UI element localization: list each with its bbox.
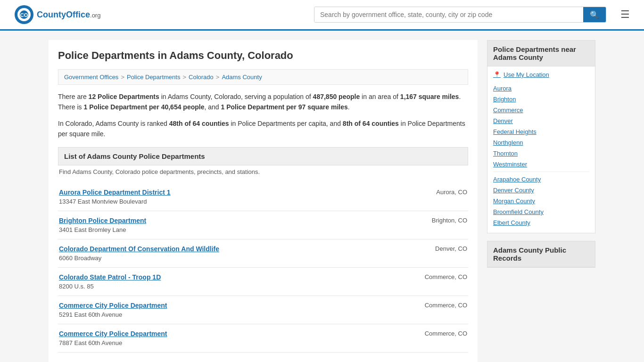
summary-final: . [348,103,350,111]
list-header: List of Adams County Police Departments [58,147,468,165]
sidebar-city-link[interactable]: Thornton [493,148,589,159]
table-row: Brighton Police Department 3401 East Bro… [58,211,468,239]
logo[interactable]: CO CountyOffice.org [14,5,100,25]
sidebar-counties: Arapahoe CountyDenver CountyMorgan Count… [493,174,589,228]
sidebar-public-records-section: Adams County Public Records [487,241,595,268]
sidebar: Police Departments near Adams County 📍 U… [487,40,595,362]
ranking-mid: in Police Departments per capita, and [229,120,343,127]
ranking-rank2: 8th of 64 counties [343,120,399,127]
dept-address: 13347 East Montview Boulevard [59,198,147,205]
dept-name[interactable]: Commerce City Police Department [59,302,406,309]
sidebar-city-link[interactable]: Denver [493,115,589,126]
summary-per-sq: 1 Police Department per 97 square miles [221,103,348,111]
page-title: Police Departments in Adams County, Colo… [58,49,468,62]
dept-info: Commerce City Police Department 7887 Eas… [59,330,406,346]
dept-info: Colorado Department Of Conservation And … [59,245,406,262]
sidebar-cities: AuroraBrightonCommerceDenverFederal Heig… [493,83,589,170]
sidebar-county-link[interactable]: Arapahoe County [493,174,589,185]
sidebar-city-link[interactable]: Federal Heights [493,126,589,137]
dept-location: Brighton, CO [411,217,467,224]
summary-pre: There are [58,93,89,100]
sidebar-city-link[interactable]: Westminster [493,159,589,170]
dept-info: Aurora Police Department District 1 1334… [59,189,406,205]
logo-icon: CO [14,5,34,25]
sidebar-nearby-section: Police Departments near Adams County 📍 U… [487,40,595,233]
summary-count: 12 Police Departments [89,93,159,100]
svg-text:CO: CO [20,12,28,18]
sidebar-county-link[interactable]: Broomfield County [493,206,589,217]
sidebar-city-link[interactable]: Brighton [493,94,589,105]
breadcrumb-sep-3: > [216,74,220,81]
main-container: Police Departments in Adams County, Colo… [39,31,605,362]
sidebar-nearby-header: Police Departments near Adams County [487,41,595,66]
summary-per-capita: 1 Police Department per 40,654 people [83,103,204,111]
summary-mid: in Adams County, Colorado, serving a pop… [159,93,313,100]
summary-end2: , and [204,103,221,111]
sidebar-city-link[interactable]: Commerce [493,105,589,115]
breadcrumb-adams-county[interactable]: Adams County [222,74,262,81]
dept-address: 6060 Broadway [59,255,101,262]
dept-location: Aurora, CO [411,189,467,196]
dept-list: Aurora Police Department District 1 1334… [58,183,468,353]
breadcrumb-sep-1: > [121,74,124,81]
table-row: Colorado Department Of Conservation And … [58,239,468,268]
list-subtext: Find Adams County, Colorado police depar… [58,168,468,175]
sidebar-county-link[interactable]: Denver County [493,185,589,196]
sidebar-county-link[interactable]: Morgan County [493,196,589,206]
ranking-text: In Colorado, Adams County is ranked 48th… [58,118,468,140]
summary-mid2: in an area of [360,93,400,100]
sidebar-divider [493,172,589,172]
menu-icon[interactable]: ☰ [620,8,630,21]
sidebar-nearby-body: 📍 Use My Location AuroraBrightonCommerce… [487,66,595,233]
search-bar: 🔍 [314,7,606,23]
summary-area: 1,167 square miles [400,93,459,100]
breadcrumb-police-depts[interactable]: Police Departments [127,74,180,81]
breadcrumb-gov-offices[interactable]: Government Offices [64,74,118,81]
dept-address: 3401 East Bromley Lane [59,226,126,233]
dept-name[interactable]: Aurora Police Department District 1 [59,189,406,196]
summary-population: 487,850 people [313,93,360,100]
dept-location: Commerce, CO [411,273,467,280]
dept-address: 5291 East 60th Avenue [59,311,122,318]
dept-name[interactable]: Colorado Department Of Conservation And … [59,245,406,253]
dept-location: Commerce, CO [411,302,467,309]
dept-location: Commerce, CO [411,330,467,337]
use-location-label: Use My Location [504,71,549,78]
dept-location: Denver, CO [411,245,467,252]
dept-address: 8200 U.s. 85 [59,283,94,290]
table-row: Colorado State Patrol - Troop 1D 8200 U.… [58,268,468,296]
breadcrumb: Government Offices > Police Departments … [58,69,468,85]
table-row: Commerce City Police Department 7887 Eas… [58,324,468,353]
dept-info: Colorado State Patrol - Troop 1D 8200 U.… [59,273,406,290]
header: CO CountyOffice.org 🔍 ☰ [0,0,644,31]
sidebar-city-link[interactable]: Aurora [493,83,589,94]
location-icon: 📍 [493,71,501,78]
dept-info: Brighton Police Department 3401 East Bro… [59,217,406,233]
ranking-rank1: 48th of 64 counties [169,120,229,127]
table-row: Commerce City Police Department 5291 Eas… [58,296,468,324]
content-area: Police Departments in Adams County, Colo… [49,40,478,362]
sidebar-county-link[interactable]: Elbert County [493,217,589,228]
dept-name[interactable]: Brighton Police Department [59,217,406,224]
ranking-pre: In Colorado, Adams County is ranked [58,120,169,127]
dept-address: 7887 East 60th Avenue [59,339,122,346]
search-input[interactable] [314,7,583,22]
dept-name[interactable]: Colorado State Patrol - Troop 1D [59,273,406,281]
sidebar-public-records-header: Adams County Public Records [487,241,595,267]
dept-name[interactable]: Commerce City Police Department [59,330,406,337]
search-button[interactable]: 🔍 [583,7,606,22]
table-row: Aurora Police Department District 1 1334… [58,183,468,211]
use-location-button[interactable]: 📍 Use My Location [493,71,589,78]
breadcrumb-colorado[interactable]: Colorado [189,74,214,81]
summary-text: There are 12 Police Departments in Adams… [58,91,468,113]
breadcrumb-sep-2: > [182,74,186,81]
dept-info: Commerce City Police Department 5291 Eas… [59,302,406,318]
sidebar-city-link[interactable]: Northglenn [493,137,589,148]
